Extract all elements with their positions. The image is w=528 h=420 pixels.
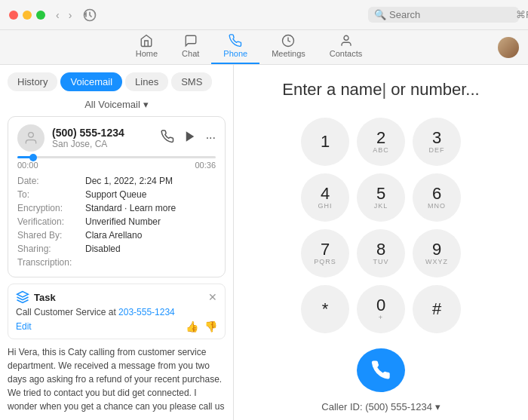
progress-area[interactable]: 00:00 00:36 [17, 156, 216, 170]
task-body: Call Customer Service at 203-555-1234 [16, 307, 217, 317]
vm-info: (500) 555-1234 San Jose, CA [52, 127, 161, 149]
detail-sharedby: Shared By: Clara Arellano [17, 228, 216, 242]
tab-history[interactable]: History [8, 72, 57, 91]
detail-to: To: Support Queue [17, 188, 216, 201]
vm-caller-name: (500) 555-1234 [52, 127, 161, 139]
sharing-value: Disabled [85, 244, 121, 254]
detail-date: Date: Dec 1, 2022, 2:24 PM [17, 174, 216, 188]
search-bar[interactable]: 🔍 ⌘F [368, 7, 519, 23]
date-value: Dec 1, 2022, 2:24 PM [85, 176, 173, 186]
detail-verification: Verification: Unverified Number [17, 215, 216, 228]
forward-button[interactable]: › [66, 8, 75, 23]
tab-sms[interactable]: SMS [171, 72, 212, 91]
nav-item-meetings[interactable]: Meetings [259, 31, 318, 64]
nav-item-chat[interactable]: Chat [170, 31, 211, 64]
dial-4[interactable]: 4GHI [301, 173, 349, 222]
dial-3[interactable]: 3DEF [413, 118, 461, 166]
dial-8[interactable]: 8TUV [357, 229, 405, 277]
svg-point-3 [29, 133, 34, 138]
progress-dot [29, 154, 37, 161]
nav-item-home[interactable]: Home [124, 31, 170, 64]
main-nav: Home Chat Phone Meetings Contacts [0, 30, 528, 65]
dial-2[interactable]: 2ABC [357, 118, 405, 166]
caller-id-value: (500) 555-1234 [365, 401, 432, 412]
close-button[interactable] [9, 11, 18, 20]
task-icon [16, 290, 29, 304]
tab-lines[interactable]: Lines [125, 72, 168, 91]
encryption-value: Standard · Learn more [85, 203, 176, 213]
vm-details: Date: Dec 1, 2022, 2:24 PM To: Support Q… [17, 174, 216, 269]
task-title: Task [34, 292, 56, 303]
sharedby-label: Shared By: [17, 230, 85, 241]
contacts-icon [339, 34, 353, 48]
dial-star[interactable]: * [301, 285, 349, 333]
nav-label-home: Home [136, 49, 158, 58]
learn-more-link[interactable]: · Learn more [124, 203, 176, 213]
dial-hash[interactable]: # [413, 285, 461, 333]
right-panel: Enter a name| or number... 1 2ABC 3DEF 4… [234, 65, 528, 420]
nav-item-phone[interactable]: Phone [211, 31, 259, 64]
vm-actions: ··· [161, 130, 216, 146]
play-button[interactable] [183, 130, 197, 146]
tab-voicemail[interactable]: Voicemail [60, 72, 122, 91]
fullscreen-button[interactable] [36, 11, 45, 20]
filter-dropdown[interactable]: All Voicemail ▾ [84, 99, 149, 110]
user-avatar-area[interactable] [498, 37, 519, 58]
caller-id-label: Caller ID: [321, 401, 362, 412]
search-shortcut: ⌘F [516, 9, 528, 20]
titlebar: ‹ › 🔍 ⌘F [0, 0, 528, 30]
time-end: 00:36 [195, 161, 216, 170]
meetings-icon [281, 34, 295, 48]
chat-icon [184, 34, 198, 48]
caller-id-chevron-icon: ▾ [435, 401, 441, 412]
voicemail-item: (500) 555-1234 San Jose, CA ··· [8, 116, 226, 277]
caller-id[interactable]: Caller ID: (500) 555-1234 ▾ [321, 401, 440, 412]
search-input[interactable] [389, 9, 516, 20]
vm-caller-location: San Jose, CA [52, 139, 161, 149]
dial-5[interactable]: 5JKL [357, 173, 405, 222]
call-button[interactable] [357, 348, 405, 392]
svg-point-2 [344, 35, 348, 40]
dial-0[interactable]: 0+ [357, 285, 405, 333]
task-card: Task ✕ Call Customer Service at 203-555-… [8, 284, 226, 339]
phone-icon [229, 34, 242, 48]
filter-label: All Voicemail [84, 99, 140, 110]
task-close-button[interactable]: ✕ [208, 291, 217, 303]
sharing-label: Sharing: [17, 244, 85, 254]
detail-transcription: Transcription: [17, 256, 216, 269]
nav-label-phone: Phone [223, 49, 247, 58]
person-icon [23, 130, 38, 146]
dial-7[interactable]: 7PQRS [301, 229, 349, 277]
nav-buttons: ‹ › [53, 8, 75, 23]
verification-label: Verification: [17, 216, 85, 227]
nav-label-chat: Chat [182, 49, 199, 58]
sub-tabs: History Voicemail Lines SMS [0, 65, 233, 96]
back-button[interactable]: ‹ [53, 8, 63, 23]
chevron-down-icon: ▾ [143, 99, 149, 110]
avatar[interactable] [498, 37, 519, 58]
nav-label-contacts: Contacts [330, 49, 362, 58]
thumbs-down-button[interactable]: 👎 [204, 320, 217, 333]
call-back-button[interactable] [161, 130, 174, 146]
dial-1[interactable]: 1 [301, 118, 349, 166]
to-value: Support Queue [85, 189, 146, 200]
time-start: 00:00 [17, 161, 38, 170]
more-options-button[interactable]: ··· [206, 131, 216, 145]
dial-6[interactable]: 6MNO [413, 173, 461, 222]
dial-9[interactable]: 9WXYZ [413, 229, 461, 277]
history-icon[interactable] [81, 6, 99, 24]
task-footer: Edit 👍 👎 [16, 320, 217, 333]
transcription-text: Hi Vera, this is Caty calling from custo… [8, 345, 226, 414]
home-icon [140, 34, 153, 48]
thumbs-up-button[interactable]: 👍 [186, 320, 198, 333]
dialer-prompt: Enter a name| or number... [282, 80, 479, 100]
nav-item-contacts[interactable]: Contacts [318, 31, 374, 64]
minimize-button[interactable] [23, 11, 32, 20]
time-row: 00:00 00:36 [17, 161, 216, 170]
task-edit-link[interactable]: Edit [16, 321, 32, 332]
sharedby-value: Clara Arellano [85, 230, 142, 241]
task-phone-link[interactable]: 203-555-1234 [118, 307, 175, 317]
task-vote-area: 👍 👎 [186, 320, 217, 333]
progress-bar[interactable] [17, 156, 216, 158]
left-panel: History Voicemail Lines SMS All Voicemai… [0, 65, 234, 420]
